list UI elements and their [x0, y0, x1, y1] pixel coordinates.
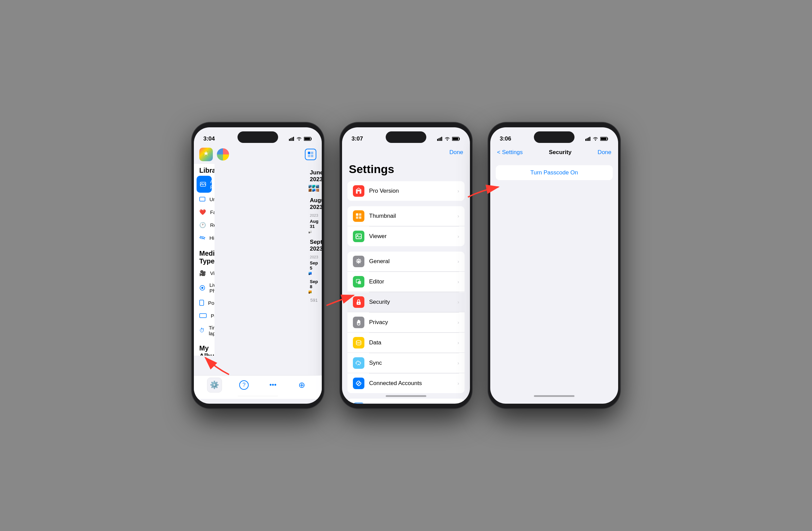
done-button-2[interactable]: Done	[449, 149, 463, 156]
phone1: 3:04	[192, 123, 324, 408]
turn-passcode-on-button[interactable]: Turn Passcode On	[496, 165, 613, 180]
svg-rect-18	[200, 313, 206, 318]
editor-pencil-icon	[355, 278, 362, 285]
svg-rect-48	[589, 137, 590, 141]
settings-guide[interactable]: ? Guide ›	[347, 399, 465, 403]
settings-thumbnail[interactable]: Thumbnail ›	[347, 206, 465, 226]
general-label: General	[369, 258, 453, 265]
sidebar-hidden[interactable]: Hidden	[194, 231, 215, 244]
svg-point-24	[447, 140, 448, 141]
sidebar-videos[interactable]: 🎥 Videos 14	[194, 266, 215, 279]
settings-connected-accounts[interactable]: Connected Accounts ›	[347, 374, 465, 393]
aug-year: 2023	[308, 213, 319, 218]
grid-toggle-button[interactable]	[305, 149, 316, 160]
grid-icon	[307, 151, 314, 157]
cloud-sync-icon	[355, 360, 362, 366]
guide-icon: ?	[353, 403, 364, 403]
home-indicator-2	[386, 395, 426, 397]
eye-slash-icon	[199, 235, 205, 240]
passcode-section: Turn Passcode On	[496, 165, 613, 180]
sidebar-live-photos[interactable]: Live Photos 220	[194, 279, 215, 296]
phone3: 3:06 < Settings Security Done Tu	[488, 123, 620, 408]
settings-gear-button[interactable]: ⚙️	[207, 378, 222, 392]
settings-scroll[interactable]: Pro Version ›	[342, 181, 470, 403]
phone1-screen: 3:04	[194, 127, 322, 404]
all-photos-icon	[200, 181, 206, 188]
photo-thumb-8[interactable]: LIVE ♥ ◇	[308, 272, 311, 275]
settings-data[interactable]: Data ›	[347, 333, 465, 353]
viewer-label: Viewer	[369, 233, 453, 240]
svg-point-35	[358, 261, 360, 263]
my-albums-section: My Albums ⊕ ⌄	[194, 342, 215, 355]
sidebar-timelapse[interactable]: ⏱ Time-lapse 4	[194, 322, 215, 339]
home-icon	[355, 187, 362, 194]
more-button[interactable]: •••	[266, 378, 280, 392]
photos-app-icon[interactable]	[199, 148, 213, 161]
gear-settings-icon	[355, 258, 362, 265]
phone2-wrapper: 3:07 Done Settings	[340, 123, 472, 408]
general-icon	[353, 256, 364, 267]
settings-sync[interactable]: Sync ›	[347, 353, 465, 373]
photo-thumb-1[interactable]: LIVE ♥	[308, 185, 311, 188]
svg-rect-7	[308, 152, 310, 154]
photo-thumb-5[interactable]: LIVE ♥	[312, 188, 315, 192]
recents-label: Recents	[210, 222, 215, 228]
august-grid: LIVE ♥ ◇	[308, 230, 319, 233]
add-button[interactable]: ⊕	[295, 378, 308, 392]
august-header: August 2023	[308, 194, 319, 213]
settings-viewer[interactable]: Viewer ›	[347, 226, 465, 246]
live-photos-icon	[199, 284, 205, 292]
svg-rect-47	[588, 138, 589, 141]
nav-header-3: < Settings Security Done	[490, 146, 618, 160]
connected-accounts-icon	[353, 378, 364, 389]
circle-menu-icon[interactable]	[217, 148, 229, 160]
settings-general[interactable]: General ›	[347, 252, 465, 271]
dynamic-island-2	[386, 131, 426, 143]
svg-rect-13	[200, 197, 205, 201]
pro-version-label: Pro Version	[369, 187, 453, 194]
panoramas-icon	[199, 312, 207, 319]
photo-grid-area: June 2023 LIVE ♥ LIVE ♥ LIVE	[306, 164, 322, 355]
photo-thumb-6[interactable]: ◇	[316, 188, 319, 192]
photo-thumb-4[interactable]	[308, 188, 311, 192]
settings-pro-version[interactable]: Pro Version ›	[347, 181, 465, 201]
portrait-photo-icon	[199, 300, 204, 306]
help-button[interactable]: ?	[237, 378, 251, 392]
svg-rect-30	[359, 213, 361, 216]
sidebar-recents[interactable]: 🕐 Recents 605	[194, 219, 215, 231]
photo-thumb-3[interactable]: LIVE ◇	[316, 185, 319, 188]
svg-rect-33	[356, 234, 361, 239]
done-button-3[interactable]: Done	[597, 149, 611, 156]
status-icons-3	[585, 137, 609, 141]
nav-header-2: Done	[342, 146, 470, 160]
settings-privacy[interactable]: Privacy ›	[347, 312, 465, 333]
recents-icon: 🕐	[199, 221, 206, 228]
photo-thumb-9[interactable]: LIVE ♥ ◇	[308, 291, 311, 294]
back-button-3[interactable]: < Settings	[497, 149, 523, 156]
security-page-title: Security	[549, 149, 571, 156]
svg-rect-9	[308, 155, 310, 157]
media-types-title: Media Types	[199, 250, 215, 265]
settings-editor[interactable]: Editor ›	[347, 272, 465, 292]
hidden-label: Hidden	[209, 235, 215, 241]
svg-rect-1	[290, 138, 291, 141]
sep8-grid: LIVE ♥ ◇	[308, 291, 319, 294]
sidebar-unsorted[interactable]: Unsorted	[194, 193, 215, 206]
sidebar-portrait[interactable]: Portrait 76	[194, 296, 215, 309]
sidebar-favorites[interactable]: ❤️ Favorites 76	[194, 206, 215, 219]
sidebar[interactable]: Library ⌄ All Photos 605	[194, 164, 215, 355]
wifi-icon-2	[445, 137, 450, 141]
unsorted-icon	[199, 195, 205, 203]
settings-group-1: Pro Version ›	[347, 181, 465, 201]
svg-point-40	[356, 340, 361, 343]
svg-rect-21	[438, 138, 439, 141]
sidebar-panoramas[interactable]: Panoramas 9	[194, 309, 215, 322]
sidebar-all-photos[interactable]: All Photos 605	[197, 176, 212, 193]
svg-rect-23	[441, 137, 442, 141]
settings-security-row[interactable]: Security ›	[347, 292, 465, 312]
photo-thumb-2[interactable]: LIVE ♥	[312, 185, 315, 188]
viewer-photo-icon	[355, 233, 362, 240]
svg-rect-22	[440, 138, 441, 141]
battery-icon	[304, 137, 312, 141]
photo-thumb-7[interactable]: LIVE ♥ ◇	[308, 230, 311, 233]
